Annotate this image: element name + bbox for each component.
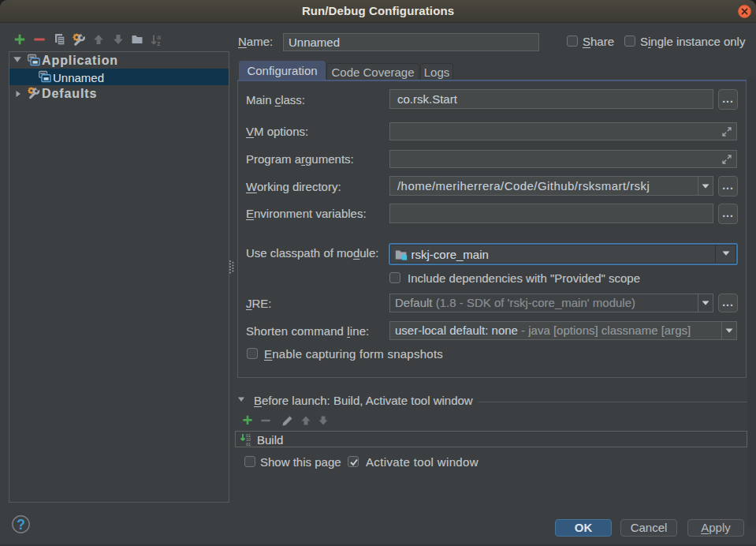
svg-text:z: z [157, 39, 161, 47]
svg-text:?: ? [17, 517, 25, 533]
svg-text:01: 01 [246, 442, 251, 447]
